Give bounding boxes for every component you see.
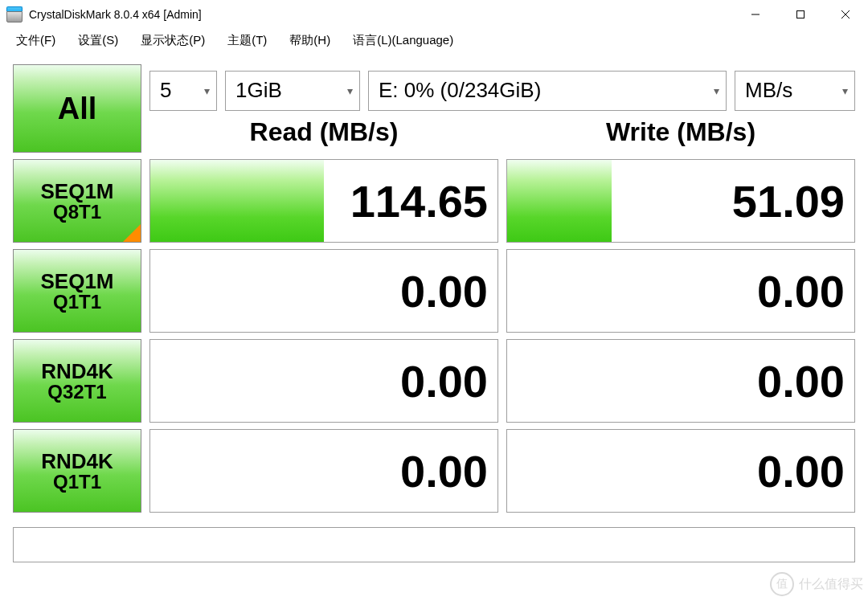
- read-value-cell: 0.00: [149, 429, 498, 513]
- write-value: 0.00: [757, 445, 845, 497]
- test-label-line2: Q1T1: [53, 291, 101, 313]
- menu-language[interactable]: 语言(L)(Language): [343, 30, 463, 51]
- test-size-value: 1GiB: [235, 78, 282, 103]
- read-value: 0.00: [400, 445, 488, 497]
- titlebar: CrystalDiskMark 8.0.4 x64 [Admin]: [0, 0, 868, 29]
- run-test-button[interactable]: RND4KQ1T1: [13, 429, 141, 513]
- write-value-cell: 0.00: [506, 249, 855, 333]
- test-size-select[interactable]: 1GiB ▾: [225, 71, 360, 111]
- test-label-line2: Q8T1: [53, 201, 101, 223]
- menu-file[interactable]: 文件(F): [6, 30, 65, 51]
- svg-rect-1: [797, 10, 805, 18]
- main-panel: All 5 ▾ 1GiB ▾ E: 0% (0/234GiB) ▾ MB/s ▾: [0, 53, 868, 527]
- read-value: 114.65: [350, 175, 488, 227]
- active-corner-icon: [123, 224, 141, 242]
- menu-display[interactable]: 显示状态(P): [131, 30, 215, 51]
- write-value-cell: 0.00: [506, 429, 855, 513]
- read-value-cell: 0.00: [149, 249, 498, 333]
- result-row: RND4KQ32T10.000.00: [13, 339, 855, 423]
- results-grid: SEQ1MQ8T1114.6551.09SEQ1MQ1T10.000.00RND…: [13, 159, 855, 513]
- result-row: SEQ1MQ1T10.000.00: [13, 249, 855, 333]
- write-column-header: Write (MB/s): [506, 114, 855, 147]
- run-all-button[interactable]: All: [13, 64, 141, 153]
- status-bar: [13, 527, 855, 562]
- unit-value: MB/s: [745, 78, 792, 103]
- run-test-button[interactable]: SEQ1MQ8T1: [13, 159, 141, 243]
- watermark: 值 什么值得买: [770, 572, 863, 596]
- run-test-button[interactable]: SEQ1MQ1T1: [13, 249, 141, 333]
- watermark-text: 什么值得买: [799, 576, 863, 593]
- close-button[interactable]: [823, 0, 868, 28]
- window-title: CrystalDiskMark 8.0.4 x64 [Admin]: [29, 8, 733, 21]
- maximize-button[interactable]: [778, 0, 823, 28]
- test-label-line2: Q32T1: [47, 381, 106, 403]
- read-value-cell: 114.65: [149, 159, 498, 243]
- test-label-line2: Q1T1: [53, 471, 101, 493]
- test-count-value: 5: [160, 78, 171, 103]
- minimize-button[interactable]: [733, 0, 778, 28]
- read-column-header: Read (MB/s): [149, 114, 498, 147]
- result-row: RND4KQ1T10.000.00: [13, 429, 855, 513]
- write-value: 51.09: [732, 175, 845, 227]
- write-value-cell: 51.09: [506, 159, 855, 243]
- run-all-label: All: [58, 92, 97, 126]
- watermark-badge: 值: [770, 572, 794, 596]
- write-progress-bar: [507, 160, 612, 242]
- write-value: 0.00: [757, 265, 845, 317]
- read-progress-bar: [150, 160, 324, 242]
- menubar: 文件(F) 设置(S) 显示状态(P) 主题(T) 帮助(H) 语言(L)(La…: [0, 29, 868, 53]
- run-test-button[interactable]: RND4KQ32T1: [13, 339, 141, 423]
- app-icon: [6, 6, 23, 22]
- unit-select[interactable]: MB/s ▾: [735, 71, 855, 111]
- read-value-cell: 0.00: [149, 339, 498, 423]
- menu-theme[interactable]: 主题(T): [218, 30, 276, 51]
- chevron-down-icon: ▾: [842, 84, 848, 97]
- read-value: 0.00: [400, 355, 488, 407]
- read-value: 0.00: [400, 265, 488, 317]
- window-controls: [733, 0, 868, 28]
- result-row: SEQ1MQ8T1114.6551.09: [13, 159, 855, 243]
- write-value: 0.00: [757, 355, 845, 407]
- write-value-cell: 0.00: [506, 339, 855, 423]
- menu-settings[interactable]: 设置(S): [68, 30, 128, 51]
- menu-help[interactable]: 帮助(H): [280, 30, 340, 51]
- chevron-down-icon: ▾: [204, 84, 210, 97]
- chevron-down-icon: ▾: [347, 84, 353, 97]
- drive-select[interactable]: E: 0% (0/234GiB) ▾: [368, 71, 727, 111]
- chevron-down-icon: ▾: [714, 84, 719, 97]
- test-count-select[interactable]: 5 ▾: [149, 71, 217, 111]
- drive-value: E: 0% (0/234GiB): [379, 78, 541, 103]
